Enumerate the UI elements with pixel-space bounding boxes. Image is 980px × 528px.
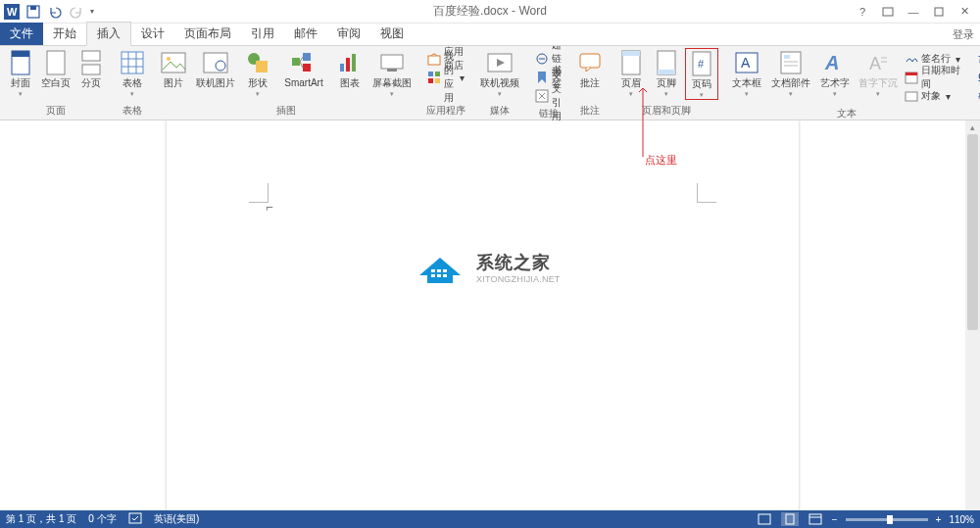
tab-file[interactable]: 文件 xyxy=(0,23,43,45)
svg-rect-4 xyxy=(883,8,893,16)
svg-rect-8 xyxy=(47,51,65,74)
textbox-button[interactable]: A 文本框▾ xyxy=(726,48,768,98)
symbol-button[interactable]: Ω符号▾ xyxy=(974,69,980,86)
zoom-in-button[interactable]: + xyxy=(936,514,942,525)
watermark-logo-icon xyxy=(414,246,466,289)
status-wordcount[interactable]: 0 个字 xyxy=(88,512,116,526)
online-picture-button[interactable]: 联机图片 xyxy=(192,48,239,88)
svg-rect-67 xyxy=(786,514,794,524)
shapes-button[interactable]: 形状▾ xyxy=(241,48,274,98)
help-icon[interactable]: ? xyxy=(851,3,874,21)
zoom-slider[interactable] xyxy=(846,518,928,521)
group-page-label: 页面 xyxy=(46,104,66,118)
tab-view[interactable]: 视图 xyxy=(370,23,414,45)
scroll-up-icon[interactable]: ▴ xyxy=(965,120,980,134)
group-comments-label: 批注 xyxy=(580,104,600,118)
tab-references[interactable]: 引用 xyxy=(241,23,284,45)
status-language[interactable]: 英语(美国) xyxy=(154,512,200,526)
quickparts-icon xyxy=(778,50,804,75)
picture-icon xyxy=(161,50,186,75)
maximize-button[interactable] xyxy=(927,3,951,21)
svg-rect-42 xyxy=(658,70,675,74)
crossref-button[interactable]: 交叉引用 xyxy=(531,87,565,105)
picture-button[interactable]: 图片 xyxy=(157,48,190,88)
tab-layout[interactable]: 页面布局 xyxy=(174,23,241,45)
cover-page-icon xyxy=(8,50,33,75)
page-number-button[interactable]: # 页码▾ xyxy=(685,48,718,100)
header-icon xyxy=(618,50,644,75)
group-table: 表格▾ 表格 xyxy=(112,46,153,120)
dropcap-button[interactable]: A 首字下沉▾ xyxy=(858,48,900,98)
zoom-out-button[interactable]: − xyxy=(832,514,838,525)
svg-rect-68 xyxy=(809,514,821,524)
datetime-button[interactable]: 日期和时间 xyxy=(901,69,966,86)
tab-insert[interactable]: 插入 xyxy=(86,22,131,46)
svg-rect-24 xyxy=(303,64,311,72)
tab-design[interactable]: 设计 xyxy=(131,23,174,45)
sign-in-link[interactable]: 登录 xyxy=(953,27,974,42)
status-proof-icon[interactable] xyxy=(128,512,142,526)
svg-rect-66 xyxy=(759,514,770,524)
document-page[interactable]: ⌐ 系统之家 XITONGZHIJIA.NET xyxy=(167,120,799,510)
page-break-button[interactable]: 分页 xyxy=(74,48,108,88)
myapps-icon xyxy=(427,71,441,84)
tab-home[interactable]: 开始 xyxy=(43,23,86,45)
scrollbar-thumb[interactable] xyxy=(967,134,978,330)
save-icon[interactable] xyxy=(25,4,41,20)
object-button[interactable]: 对象▾ xyxy=(901,87,966,105)
undo-icon[interactable] xyxy=(47,4,63,20)
quickparts-button[interactable]: 文档部件▾ xyxy=(770,48,812,98)
group-text-label: 文本 xyxy=(837,107,857,120)
footer-icon xyxy=(654,50,679,75)
margin-corner-tr xyxy=(697,183,716,203)
equation-button[interactable]: π公式▾ xyxy=(974,50,980,68)
view-web-icon[interactable] xyxy=(807,512,824,526)
online-picture-icon xyxy=(203,50,228,75)
signature-icon xyxy=(905,52,918,66)
table-button[interactable]: 表格▾ xyxy=(116,48,149,98)
view-print-icon[interactable] xyxy=(781,512,799,526)
wordart-button[interactable]: A 艺术字▾ xyxy=(813,48,856,98)
shapes-icon xyxy=(245,50,270,75)
myapps-button[interactable]: 我的应用▾ xyxy=(423,69,468,86)
smartart-button[interactable]: SmartArt xyxy=(276,48,331,88)
watermark-cn: 系统之家 xyxy=(476,251,561,274)
comment-button[interactable]: 批注 xyxy=(573,48,607,88)
tab-mailings[interactable]: 邮件 xyxy=(284,23,327,45)
svg-rect-7 xyxy=(12,51,29,57)
svg-rect-21 xyxy=(256,61,268,72)
vertical-scrollbar[interactable]: ▴ xyxy=(965,120,980,510)
svg-rect-50 xyxy=(784,65,798,67)
footer-button[interactable]: 页脚▾ xyxy=(650,48,683,98)
cover-page-button[interactable]: 封面▾ xyxy=(4,48,37,98)
group-page: 封面▾ 空白页 分页 页面 xyxy=(0,46,112,120)
number-button[interactable]: #编号 xyxy=(974,87,980,105)
object-icon xyxy=(905,89,918,103)
svg-rect-32 xyxy=(435,72,440,76)
qat-caret-icon[interactable]: ▾ xyxy=(90,7,94,16)
tab-review[interactable]: 审阅 xyxy=(327,23,370,45)
svg-rect-5 xyxy=(935,8,943,16)
status-page[interactable]: 第 1 页，共 1 页 xyxy=(6,512,76,526)
svg-rect-11 xyxy=(122,52,143,73)
dropcap-icon: A xyxy=(865,50,891,75)
svg-rect-16 xyxy=(162,53,185,72)
screenshot-button[interactable]: 屏幕截图▾ xyxy=(368,48,416,98)
svg-rect-30 xyxy=(428,56,440,65)
online-video-button[interactable]: 联机视频▾ xyxy=(476,48,523,98)
zoom-level[interactable]: 110% xyxy=(949,514,974,525)
group-comments: 批注 批注 xyxy=(569,46,611,120)
page-number-icon: # xyxy=(689,51,714,76)
chart-icon xyxy=(337,50,363,75)
close-button[interactable]: ✕ xyxy=(953,3,976,21)
blank-page-button[interactable]: 空白页 xyxy=(39,48,73,88)
redo-icon[interactable] xyxy=(69,4,84,20)
group-illustrations: 图片 联机图片 形状▾ SmartArt 图表 屏幕截图▾ xyxy=(153,46,419,120)
svg-text:A: A xyxy=(824,52,839,73)
chart-button[interactable]: 图表 xyxy=(333,48,367,88)
view-read-icon[interactable] xyxy=(756,512,773,526)
textbox-icon: A xyxy=(734,50,760,75)
svg-rect-28 xyxy=(381,55,403,69)
ribbon-display-icon[interactable] xyxy=(876,3,900,21)
minimize-button[interactable]: — xyxy=(902,3,925,21)
